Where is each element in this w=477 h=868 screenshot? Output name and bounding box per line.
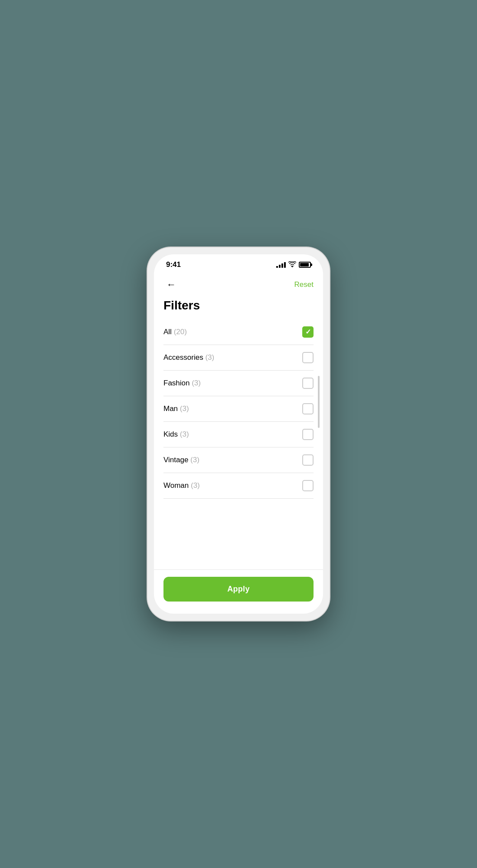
- checkbox-woman[interactable]: [302, 480, 314, 491]
- reset-button[interactable]: Reset: [294, 280, 314, 289]
- nav-bar: ← Reset: [154, 273, 323, 297]
- battery-icon: [299, 262, 311, 268]
- page-title: Filters: [154, 297, 323, 319]
- filter-item-vintage[interactable]: Vintage (3): [163, 447, 314, 473]
- bottom-area: Apply: [154, 569, 323, 614]
- filter-item-man[interactable]: Man (3): [163, 396, 314, 422]
- back-button[interactable]: ←: [163, 277, 179, 293]
- status-icons: [276, 261, 311, 269]
- status-bar: 9:41: [154, 254, 323, 273]
- signal-icon: [276, 262, 286, 268]
- filter-count-vintage: (3): [190, 456, 199, 464]
- filter-label-fashion: Fashion (3): [163, 379, 201, 388]
- status-time: 9:41: [166, 260, 181, 269]
- scroll-indicator: [318, 376, 320, 428]
- checkbox-fashion[interactable]: [302, 378, 314, 389]
- phone-screen: 9:41: [154, 254, 323, 614]
- filter-count-accessories: (3): [205, 353, 214, 362]
- checkbox-kids[interactable]: [302, 429, 314, 440]
- back-arrow-icon: ←: [167, 280, 176, 289]
- checkbox-all[interactable]: [302, 326, 314, 338]
- filter-label-kids: Kids (3): [163, 430, 189, 439]
- filter-item-all[interactable]: All (20): [163, 319, 314, 345]
- filter-count-kids: (3): [180, 430, 189, 438]
- filter-count-woman: (3): [191, 481, 200, 490]
- checkbox-man[interactable]: [302, 403, 314, 414]
- filter-label-woman: Woman (3): [163, 481, 200, 490]
- filter-count-fashion: (3): [192, 379, 201, 387]
- svg-point-0: [292, 266, 293, 267]
- page-content: ← Reset Filters All (20)Accessories (3)F…: [154, 273, 323, 614]
- apply-button[interactable]: Apply: [163, 577, 314, 602]
- filter-label-all: All (20): [163, 328, 187, 336]
- filter-item-accessories[interactable]: Accessories (3): [163, 345, 314, 371]
- filter-label-accessories: Accessories (3): [163, 353, 214, 362]
- filter-item-fashion[interactable]: Fashion (3): [163, 371, 314, 396]
- filter-count-man: (3): [180, 404, 189, 413]
- filter-item-woman[interactable]: Woman (3): [163, 473, 314, 499]
- checkbox-accessories[interactable]: [302, 352, 314, 363]
- filter-list: All (20)Accessories (3)Fashion (3)Man (3…: [154, 319, 323, 569]
- checkbox-vintage[interactable]: [302, 454, 314, 466]
- filter-item-kids[interactable]: Kids (3): [163, 422, 314, 447]
- filter-label-vintage: Vintage (3): [163, 456, 199, 464]
- wifi-icon: [288, 261, 296, 269]
- filter-label-man: Man (3): [163, 404, 189, 413]
- phone-frame: 9:41: [147, 247, 330, 621]
- filter-count-all: (20): [174, 328, 187, 336]
